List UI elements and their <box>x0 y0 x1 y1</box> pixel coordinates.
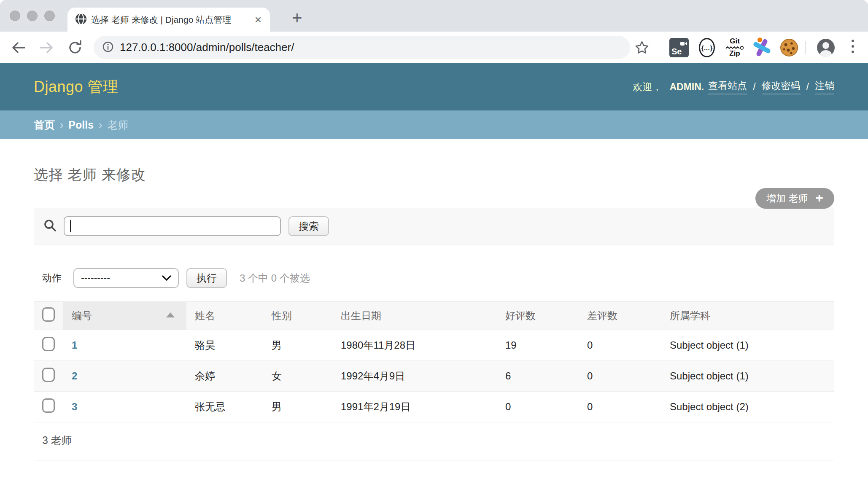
breadcrumb-separator: › <box>99 119 102 131</box>
zoom-window-button[interactable] <box>44 11 55 21</box>
breadcrumb-separator: › <box>60 119 63 131</box>
forward-button[interactable] <box>37 38 56 57</box>
cell-birth: 1991年2月19日 <box>332 392 497 422</box>
globe-favicon-icon <box>75 13 87 27</box>
change-password-link[interactable]: 修改密码 <box>762 79 801 94</box>
browser-toolbar: 127.0.0.1:8000/admin/polls/teacher/ Se {… <box>0 32 868 63</box>
cell-name: 余婷 <box>186 361 263 392</box>
row-id-link[interactable]: 3 <box>72 401 77 412</box>
result-list: 编号 姓名 性别 出生日期 好评数 差评数 所属学科 1 骆昊 男 <box>34 301 834 460</box>
django-header: Django 管理 欢迎， ADMIN. 查看站点 / 修改密码 / 注销 <box>0 63 868 110</box>
cell-good: 6 <box>497 361 579 392</box>
view-site-link[interactable]: 查看站点 <box>708 79 747 94</box>
extension-gitzip-icon[interactable]: Git Zip <box>724 38 745 58</box>
bookmark-star-icon[interactable] <box>633 38 651 57</box>
changelist-table: 编号 姓名 性别 出生日期 好评数 差评数 所属学科 1 骆昊 男 <box>34 301 834 422</box>
address-bar[interactable]: 127.0.0.1:8000/admin/polls/teacher/ <box>94 36 630 59</box>
cell-subject: Subject object (1) <box>661 361 834 392</box>
welcome-text: 欢迎， <box>633 81 662 94</box>
minimize-window-button[interactable] <box>27 11 38 21</box>
column-header-good[interactable]: 好评数 <box>497 302 579 330</box>
link-separator: / <box>753 81 755 93</box>
link-separator: / <box>806 81 809 93</box>
cell-gender: 女 <box>263 361 332 392</box>
cell-name: 骆昊 <box>186 330 263 361</box>
back-button[interactable] <box>9 38 28 57</box>
select-all-cell <box>34 302 63 330</box>
table-row: 2 余婷 女 1992年4月9日 6 0 Subject object (1) <box>34 361 834 392</box>
row-checkbox[interactable] <box>42 398 55 413</box>
cell-subject: Subject object (1) <box>661 330 834 361</box>
go-button[interactable]: 执行 <box>186 268 227 288</box>
cell-bad: 0 <box>579 392 661 422</box>
breadcrumb-current: 老师 <box>107 118 128 132</box>
user-tools: 欢迎， ADMIN. 查看站点 / 修改密码 / 注销 <box>633 79 834 94</box>
column-header-subject[interactable]: 所属学科 <box>661 302 834 330</box>
breadcrumb: 首页 › Polls › 老师 <box>0 110 868 139</box>
row-id-link[interactable]: 1 <box>72 339 77 351</box>
add-teacher-label: 增加 老师 <box>766 192 808 205</box>
cell-gender: 男 <box>263 392 332 422</box>
action-select-value: --------- <box>81 272 110 284</box>
action-select[interactable]: --------- <box>73 268 179 288</box>
extension-x-icon[interactable] <box>751 38 772 58</box>
sort-ascending-icon[interactable] <box>166 312 175 317</box>
actions-bar: 动作 --------- 执行 3 个中 0 个被选 <box>34 268 834 288</box>
browser-menu-icon[interactable] <box>850 38 855 54</box>
result-count: 3 老师 <box>34 422 834 460</box>
username-text: ADMIN. <box>669 81 704 93</box>
add-teacher-button[interactable]: 增加 老师 + <box>755 188 834 209</box>
profile-avatar[interactable] <box>815 38 836 58</box>
table-row: 1 骆昊 男 1980年11月28日 19 0 Subject object (… <box>34 330 834 361</box>
url-text: 127.0.0.1:8000/admin/polls/teacher/ <box>120 41 294 54</box>
breadcrumb-home-link[interactable]: 首页 <box>34 118 55 132</box>
action-label: 动作 <box>42 272 62 285</box>
extension-selenium-icon[interactable]: Se <box>669 38 690 58</box>
extension-json-viewer-icon[interactable]: {…} <box>696 38 717 58</box>
site-branding[interactable]: Django 管理 <box>34 77 119 97</box>
tab-title: 选择 老师 来修改 | Django 站点管理 <box>91 14 250 26</box>
browser-tab[interactable]: 选择 老师 来修改 | Django 站点管理 × <box>67 8 270 32</box>
search-button[interactable]: 搜索 <box>288 216 329 236</box>
logout-link[interactable]: 注销 <box>815 79 834 94</box>
reload-button[interactable] <box>66 38 84 57</box>
cell-bad: 0 <box>579 361 661 392</box>
search-input[interactable] <box>64 216 281 236</box>
search-toolbar: 搜索 <box>34 208 834 245</box>
row-checkbox[interactable] <box>42 337 55 351</box>
column-header-birth[interactable]: 出生日期 <box>332 302 497 330</box>
chevron-down-icon <box>162 272 171 284</box>
column-header-bad[interactable]: 差评数 <box>579 302 661 330</box>
search-field-wrap <box>64 216 281 236</box>
column-header-gender[interactable]: 性别 <box>263 302 332 330</box>
row-id-link[interactable]: 2 <box>72 370 77 382</box>
cell-bad: 0 <box>579 330 661 361</box>
plus-icon: + <box>815 191 823 204</box>
tab-strip: 选择 老师 来修改 | Django 站点管理 × + <box>0 0 868 32</box>
cell-birth: 1980年11月28日 <box>332 330 497 361</box>
page-title: 选择 老师 来修改 <box>34 165 834 185</box>
column-header-id[interactable]: 编号 <box>63 302 186 330</box>
search-icon <box>43 219 57 234</box>
cell-birth: 1992年4月9日 <box>332 361 497 392</box>
new-tab-button[interactable]: + <box>292 9 302 27</box>
extension-cookie-icon[interactable] <box>779 38 800 58</box>
cell-good: 0 <box>497 392 579 422</box>
table-header-row: 编号 姓名 性别 出生日期 好评数 差评数 所属学科 <box>34 302 834 330</box>
select-all-checkbox[interactable] <box>42 307 55 322</box>
table-row: 3 张无忌 男 1991年2月19日 0 0 Subject object (2… <box>34 392 834 422</box>
site-info-icon[interactable] <box>102 41 114 54</box>
cell-good: 19 <box>497 330 579 361</box>
text-caret <box>70 220 71 232</box>
tab-close-icon[interactable]: × <box>254 14 262 26</box>
row-checkbox[interactable] <box>42 368 55 382</box>
browser-window: 选择 老师 来修改 | Django 站点管理 × + 127.0.0.1:80… <box>0 0 868 500</box>
close-window-button[interactable] <box>10 11 20 21</box>
changelist-content: 选择 老师 来修改 增加 老师 + 搜索 动作 --------- <box>0 165 868 460</box>
breadcrumb-app-link[interactable]: Polls <box>68 119 94 131</box>
window-controls <box>10 11 55 21</box>
cell-name: 张无忌 <box>186 392 263 422</box>
action-counter: 3 个中 0 个被选 <box>240 272 310 285</box>
column-header-name[interactable]: 姓名 <box>186 302 263 330</box>
cell-subject: Subject object (2) <box>661 392 834 422</box>
